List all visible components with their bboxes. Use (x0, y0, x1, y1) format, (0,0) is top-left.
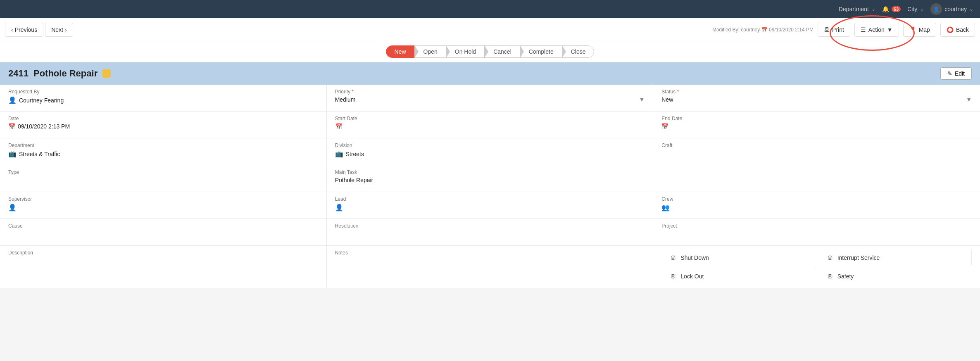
toolbar-right: Modified By: courtney 📅 09/10/2020 2:14 … (712, 23, 975, 37)
main-task-value: Pothole Repair (335, 177, 972, 183)
division-label: Division (335, 142, 645, 148)
safety-cell[interactable]: ⦻ Safety (818, 268, 972, 284)
division-text: Streets (346, 151, 364, 157)
main-task-text: Pothole Repair (335, 177, 373, 183)
cause-cell: Cause (0, 219, 327, 245)
requested-by-value: 👤 Courtney Fearing (8, 96, 318, 104)
next-button[interactable]: Next › (45, 23, 73, 37)
department-building-icon: 📺 (8, 150, 17, 158)
status-required: * (677, 89, 679, 95)
resolution-label: Resolution (335, 223, 645, 229)
form-row-5: Supervisor 👤 Lead 👤 Crew 👥 (0, 192, 980, 219)
safety-x-icon: ⦻ (827, 272, 834, 280)
status-step-cancel[interactable]: Cancel (485, 45, 520, 58)
resolution-cell: Resolution (327, 219, 654, 245)
division-icon: 📺 (335, 150, 343, 158)
status-cell: Status * New ▼ (653, 85, 980, 111)
department-field-label: Department (8, 142, 318, 148)
date-text: 09/10/2020 2:13 PM (18, 123, 70, 130)
modified-date-value: 09/10/2020 2:14 PM (769, 27, 813, 33)
print-button[interactable]: 🖶 Print (818, 23, 850, 37)
next-label: Next (51, 26, 63, 33)
status-complete-label: Complete (529, 48, 554, 55)
status-step-onhold[interactable]: On Hold (446, 45, 485, 58)
status-dropdown-icon: ▼ (966, 96, 972, 103)
notification-bell[interactable]: 🔔 63 (882, 6, 901, 12)
form-row-2: Date 📅 09/10/2020 2:13 PM Start Date 📅 E… (0, 112, 980, 138)
lead-cell: Lead 👤 (327, 192, 654, 218)
previous-button[interactable]: ‹ Previous (5, 23, 43, 37)
person-icon: 👤 (8, 96, 17, 104)
status-text: New (661, 96, 673, 103)
status-close-label: Close (571, 48, 586, 55)
action-button[interactable]: ☰ Action ▼ (854, 23, 899, 37)
start-date-cell: Start Date 📅 (327, 112, 654, 138)
print-label: Print (832, 26, 844, 33)
priority-cell: Priority * Medium ▼ (327, 85, 654, 111)
end-date-label: End Date (661, 116, 972, 121)
crew-group-icon: 👥 (661, 204, 670, 211)
form-row-3: Department 📺 Streets & Traffic Division … (0, 138, 980, 165)
status-step-new[interactable]: New (386, 45, 415, 58)
priority-dropdown-icon: ▼ (639, 96, 645, 103)
checkboxes-cell: ⦻ Shut Down ⦻ Interrupt Service ⦻ Lock O… (653, 246, 980, 288)
supervisor-label: Supervisor (8, 196, 318, 202)
priority-value[interactable]: Medium ▼ (335, 96, 645, 103)
action-label: Action (868, 26, 885, 33)
status-step-open[interactable]: Open (415, 45, 446, 58)
department-value: 📺 Streets & Traffic (8, 150, 318, 158)
department-cell: Department 📺 Streets & Traffic (0, 138, 327, 165)
type-label: Type (8, 169, 318, 175)
status-step-close[interactable]: Close (562, 45, 595, 58)
lead-person-icon: 👤 (335, 204, 343, 211)
status-bar: New Open On Hold Cancel Complete Close (0, 41, 980, 62)
bell-icon: 🔔 (882, 6, 889, 12)
shut-down-label: Shut Down (680, 254, 709, 261)
project-label: Project (661, 223, 972, 229)
end-date-value[interactable]: 📅 (661, 123, 972, 130)
start-date-value[interactable]: 📅 (335, 123, 645, 130)
crew-value: 👥 (661, 204, 972, 211)
user-nav[interactable]: 👤 courtney ⌄ (930, 3, 973, 15)
user-chevron-icon: ⌄ (969, 6, 973, 12)
map-label: Map (919, 26, 930, 33)
date-value: 📅 09/10/2020 2:13 PM (8, 123, 318, 130)
craft-cell: Craft (653, 138, 980, 165)
status-step-complete[interactable]: Complete (520, 45, 562, 58)
date-cell: Date 📅 09/10/2020 2:13 PM (0, 112, 327, 138)
edit-pencil-icon: ✎ (947, 70, 952, 77)
lead-value: 👤 (335, 204, 645, 211)
action-chevron-icon: ▼ (887, 26, 893, 33)
action-highlight-container: ☰ Action ▼ (854, 23, 899, 37)
division-cell: Division 📺 Streets (327, 138, 654, 165)
lock-out-cell[interactable]: ⦻ Lock Out (661, 268, 815, 284)
lead-label: Lead (335, 196, 645, 202)
interrupt-service-cell[interactable]: ⦻ Interrupt Service (818, 250, 972, 265)
notification-count: 63 (892, 6, 901, 12)
back-button[interactable]: ⭕ Back (940, 23, 975, 37)
checkbox-grid: ⦻ Shut Down ⦻ Interrupt Service ⦻ Lock O… (661, 250, 972, 284)
shut-down-cell[interactable]: ⦻ Shut Down (661, 250, 815, 265)
menu-icon: ☰ (861, 26, 866, 33)
department-text: Streets & Traffic (19, 151, 60, 157)
map-button[interactable]: 📍 Map (903, 23, 936, 37)
status-label: Status * (661, 89, 972, 95)
modified-by-label: Modified By: courtney (712, 27, 760, 33)
status-value[interactable]: New ▼ (661, 96, 972, 103)
form-container: Requested By 👤 Courtney Fearing Priority… (0, 85, 980, 288)
department-chevron-icon: ⌄ (871, 6, 875, 12)
requested-by-cell: Requested By 👤 Courtney Fearing (0, 85, 327, 111)
modified-by-text: Modified By: courtney 📅 09/10/2020 2:14 … (712, 27, 813, 33)
city-nav[interactable]: City ⌄ (907, 6, 924, 12)
back-circle-icon: ⭕ (947, 26, 954, 33)
crew-cell: Crew 👥 (653, 192, 980, 218)
cause-label: Cause (8, 223, 318, 229)
work-order-header: 2411 Pothole Repair ✎ Edit (0, 62, 980, 85)
edit-button[interactable]: ✎ Edit (940, 67, 972, 80)
department-nav[interactable]: Department ⌄ (839, 6, 875, 12)
shut-down-x-icon: ⦻ (670, 253, 677, 262)
priority-text: Medium (335, 96, 356, 103)
supervisor-value: 👤 (8, 204, 318, 211)
end-date-cell: End Date 📅 (653, 112, 980, 138)
form-row-7: Description Notes ⦻ Shut Down ⦻ Interrup… (0, 246, 980, 288)
